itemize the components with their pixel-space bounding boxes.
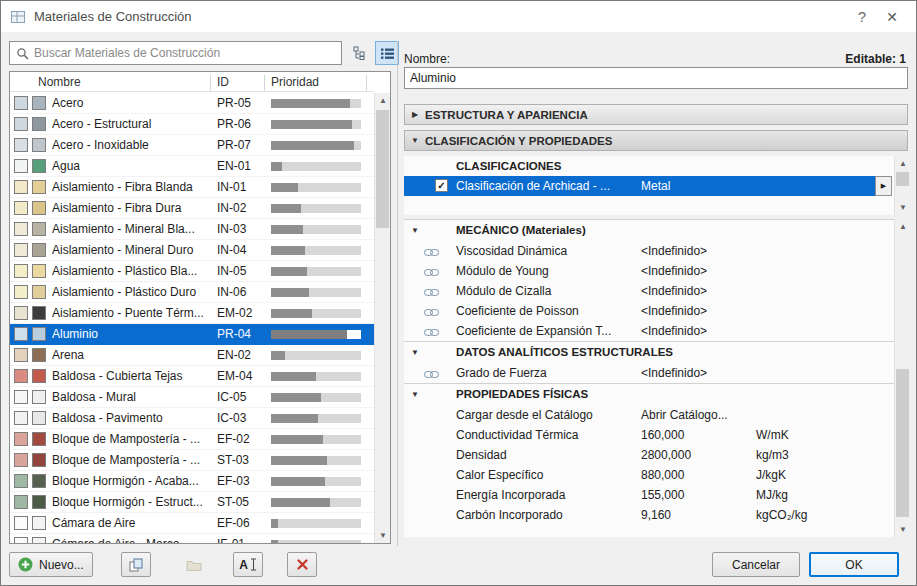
section-structure-appearance[interactable]: ▶ ESTRUCTURA Y APARIENCIA — [404, 104, 908, 125]
property-value[interactable]: 2800,000 — [641, 448, 691, 462]
property-value[interactable]: Abrir Catálogo... — [641, 408, 728, 422]
material-row[interactable]: Acero - EstructuralPR-06 — [10, 114, 374, 135]
material-id: IN-02 — [217, 201, 246, 215]
material-row[interactable]: Aislamiento - Plástico DuroIN-06 — [10, 282, 374, 303]
property-group-header[interactable]: ▼DATOS ANALÍTICOS ESTRUCTURALES — [404, 341, 894, 363]
property-value[interactable]: 9,160 — [641, 508, 671, 522]
surface-swatch — [14, 411, 28, 425]
property-label: Coeficiente de Expansión T... — [456, 324, 611, 338]
material-row[interactable]: Aislamiento - Fibra BlandaIN-01 — [10, 177, 374, 198]
property-value[interactable]: <Indefinido> — [641, 324, 707, 338]
material-row[interactable]: Baldosa - MuralIC-05 — [10, 387, 374, 408]
material-row[interactable]: Aislamiento - Plástico Bla...IN-05 — [10, 261, 374, 282]
material-name: Acero — [52, 96, 206, 110]
surface-swatch — [14, 243, 28, 257]
help-button[interactable]: ? — [847, 2, 877, 32]
material-row[interactable]: Baldosa - PavimentoIC-03 — [10, 408, 374, 429]
scrollbar-thumb[interactable] — [376, 110, 389, 228]
material-row[interactable]: Bloque Hormigón - Acaba...EF-03 — [10, 471, 374, 492]
cut-swatch — [32, 201, 46, 215]
property-value[interactable]: 880,000 — [641, 468, 684, 482]
material-row[interactable]: AceroPR-05 — [10, 93, 374, 114]
close-button[interactable]: ✕ — [877, 2, 907, 32]
column-header-name[interactable]: Nombre — [38, 75, 81, 89]
column-header-priority[interactable]: Prioridad — [271, 75, 319, 89]
duplicate-button[interactable] — [121, 552, 151, 577]
scroll-down-icon[interactable]: ▼ — [895, 200, 911, 215]
material-row[interactable]: Aislamiento - Puente Térm...EM-02 — [10, 303, 374, 324]
scroll-up-icon[interactable]: ▲ — [895, 219, 911, 234]
scroll-down-icon[interactable]: ▼ — [895, 522, 911, 537]
rename-button[interactable]: A — [233, 552, 263, 577]
material-id: EN-02 — [217, 348, 251, 362]
material-name: Agua — [52, 159, 206, 173]
ok-button[interactable]: OK — [809, 552, 899, 577]
duplicate-icon — [129, 558, 143, 572]
property-label: Conductividad Térmica — [456, 428, 579, 442]
classification-row[interactable]: ✓ Clasificación de Archicad - ... Metal … — [404, 176, 892, 196]
material-row[interactable]: AluminioPR-04 — [10, 324, 374, 345]
section-classification-properties[interactable]: ▼ CLASIFICACIÓN Y PROPIEDADES — [404, 130, 908, 151]
delete-button[interactable] — [287, 552, 317, 577]
column-separator — [366, 75, 367, 91]
panel-divider[interactable] — [397, 41, 398, 546]
search-input[interactable] — [34, 43, 339, 63]
material-id: IN-06 — [217, 285, 246, 299]
list-view-button[interactable] — [375, 41, 399, 65]
list-view-icon — [380, 47, 395, 60]
cancel-button[interactable]: Cancelar — [712, 552, 800, 577]
classification-label: Clasificación de Archicad - ... — [456, 179, 610, 193]
material-name: Aislamiento - Fibra Dura — [52, 201, 206, 215]
scrollbar-thumb[interactable] — [896, 172, 909, 186]
material-row[interactable]: ArenaEN-02 — [10, 345, 374, 366]
material-row[interactable]: Cámara de AireEF-06 — [10, 513, 374, 534]
property-value[interactable]: <Indefinido> — [641, 366, 707, 380]
link-icon — [424, 246, 439, 260]
material-name: Acero - Estructural — [52, 117, 206, 131]
scrollbar-thumb[interactable] — [896, 369, 909, 517]
material-id: ST-03 — [217, 453, 249, 467]
materials-scrollbar[interactable]: ▲ ▼ — [374, 93, 390, 543]
material-row[interactable]: AguaEN-01 — [10, 156, 374, 177]
material-id: IC-03 — [217, 411, 246, 425]
classification-checkbox[interactable]: ✓ — [435, 179, 448, 192]
material-name: Cámara de Aire - Marco — [52, 537, 206, 544]
property-value[interactable]: <Indefinido> — [641, 284, 707, 298]
material-name-input[interactable] — [404, 67, 908, 89]
surface-swatch — [14, 138, 28, 152]
property-value[interactable]: 160,000 — [641, 428, 684, 442]
column-header-id[interactable]: ID — [217, 75, 229, 89]
material-row[interactable]: Baldosa - Cubierta TejasEM-04 — [10, 366, 374, 387]
material-row[interactable]: Acero - InoxidablePR-07 — [10, 135, 374, 156]
classification-scrollbar[interactable]: ▲ ▼ — [894, 156, 910, 215]
scroll-down-icon[interactable]: ▼ — [375, 528, 391, 543]
properties-scrollbar[interactable]: ▲ ▼ — [894, 219, 910, 537]
material-id: IN-05 — [217, 264, 246, 278]
material-row[interactable]: Aislamiento - Mineral Bla...IN-03 — [10, 219, 374, 240]
property-unit: W/mK — [756, 428, 789, 442]
classification-picker-button[interactable]: ▶ — [875, 176, 892, 196]
material-name: Baldosa - Mural — [52, 390, 206, 404]
material-id: EF-03 — [217, 474, 250, 488]
property-value[interactable]: 155,000 — [641, 488, 684, 502]
scroll-up-icon[interactable]: ▲ — [895, 156, 911, 171]
property-value[interactable]: <Indefinido> — [641, 244, 707, 258]
new-button[interactable]: Nuevo... — [9, 552, 93, 577]
material-row[interactable]: Bloque Hormigón - Estruct...ST-05 — [10, 492, 374, 513]
scroll-up-icon[interactable]: ▲ — [375, 93, 391, 108]
titlebar: Materiales de Construcción ? ✕ — [1, 1, 916, 32]
property-value[interactable]: <Indefinido> — [641, 304, 707, 318]
material-row[interactable]: Bloque de Mampostería - ...ST-03 — [10, 450, 374, 471]
material-row[interactable]: Bloque de Mampostería - ...EF-02 — [10, 429, 374, 450]
property-group-header[interactable]: ▼PROPIEDADES FÍSICAS — [404, 383, 894, 405]
material-row[interactable]: Cámara de Aire - MarcoIF-01 — [10, 534, 374, 544]
material-row[interactable]: Aislamiento - Mineral DuroIN-04 — [10, 240, 374, 261]
surface-swatch — [14, 537, 28, 544]
surface-swatch — [14, 516, 28, 530]
tree-view-button[interactable] — [349, 41, 373, 65]
material-row[interactable]: Aislamiento - Fibra DuraIN-02 — [10, 198, 374, 219]
property-value[interactable]: <Indefinido> — [641, 264, 707, 278]
priority-bar — [271, 456, 361, 465]
property-group-header[interactable]: ▼MECÁNICO (Materiales) — [404, 219, 894, 241]
property-row: Calor Específico880,000J/kgK — [404, 465, 894, 485]
